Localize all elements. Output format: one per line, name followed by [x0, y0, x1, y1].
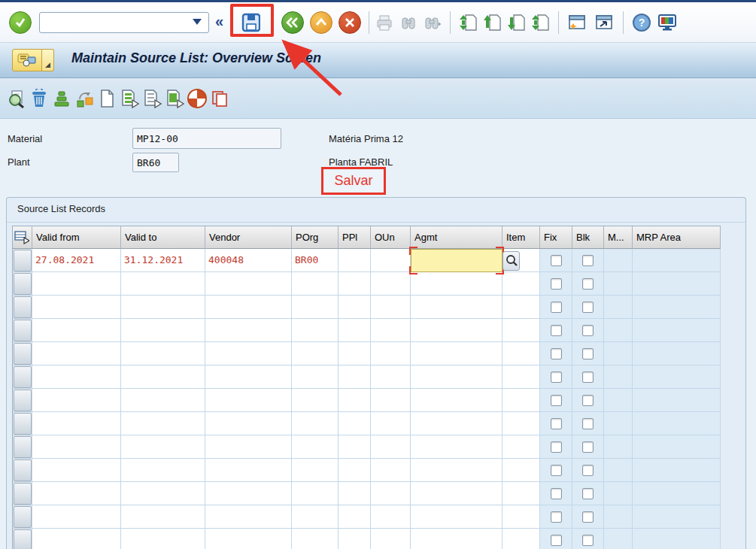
- column-header-blk[interactable]: Blk: [572, 226, 604, 249]
- cell-item[interactable]: [502, 296, 540, 319]
- cell-porg[interactable]: [292, 272, 339, 296]
- sort-icon[interactable]: [51, 87, 72, 110]
- cell-ppl[interactable]: [339, 249, 371, 272]
- create-shortcut-icon[interactable]: [594, 11, 614, 34]
- cell-vendor[interactable]: [205, 412, 292, 435]
- row-select-button[interactable]: [14, 250, 32, 271]
- copy-icon[interactable]: [209, 87, 230, 110]
- select-all-button[interactable]: [13, 226, 32, 249]
- cell-ppl[interactable]: [339, 365, 371, 389]
- cell-valid_from[interactable]: [32, 272, 121, 296]
- cell-oun[interactable]: [371, 435, 411, 459]
- layout-menu-icon[interactable]: [657, 11, 677, 34]
- cell-valid_to[interactable]: [121, 505, 205, 529]
- cell-valid_to[interactable]: [121, 459, 205, 482]
- cell-agmt[interactable]: [411, 319, 502, 342]
- cell-porg[interactable]: [292, 435, 339, 459]
- command-dropdown-icon[interactable]: [193, 19, 202, 25]
- row-select-button[interactable]: [14, 343, 32, 365]
- cell-agmt[interactable]: [411, 296, 502, 319]
- cell-porg[interactable]: [292, 505, 339, 529]
- cell-valid_to[interactable]: [121, 412, 205, 435]
- fix-checkbox[interactable]: [551, 418, 562, 429]
- cell-valid_from[interactable]: [32, 482, 121, 505]
- cell-ppl[interactable]: [339, 412, 371, 435]
- cell-item[interactable]: [502, 435, 540, 459]
- cell-oun[interactable]: [371, 529, 411, 549]
- column-header-ppl[interactable]: PPl: [339, 226, 371, 249]
- column-header-valid_from[interactable]: Valid from: [32, 226, 121, 249]
- column-header-agmt[interactable]: Agmt: [411, 226, 502, 249]
- cell-agmt[interactable]: [411, 435, 502, 459]
- blk-checkbox[interactable]: [582, 255, 594, 266]
- cell-valid_to[interactable]: [121, 365, 205, 389]
- fix-checkbox[interactable]: [551, 302, 562, 313]
- cell-item[interactable]: [502, 505, 540, 529]
- cell-vendor[interactable]: 400048: [205, 249, 292, 272]
- cell-valid_from[interactable]: 27.08.2021: [32, 249, 121, 272]
- cell-vendor[interactable]: [205, 342, 292, 365]
- cell-oun[interactable]: [371, 459, 411, 482]
- maintain-records-icon[interactable]: [164, 87, 185, 110]
- plant-field[interactable]: BR60: [132, 153, 179, 172]
- cell-vendor[interactable]: [205, 319, 292, 342]
- cell-porg[interactable]: [292, 319, 339, 342]
- cell-porg[interactable]: [292, 529, 339, 549]
- fix-checkbox[interactable]: [551, 535, 562, 546]
- cell-valid_from[interactable]: [32, 435, 121, 459]
- cell-valid_from[interactable]: [32, 389, 121, 412]
- cell-item[interactable]: [502, 412, 540, 435]
- cell-valid_to[interactable]: [121, 529, 205, 549]
- blk-checkbox[interactable]: [582, 441, 594, 453]
- cell-agmt[interactable]: [411, 529, 502, 549]
- blk-checkbox[interactable]: [582, 488, 594, 499]
- cell-oun[interactable]: [371, 296, 411, 319]
- enter-icon[interactable]: [9, 11, 32, 34]
- cell-porg[interactable]: [292, 389, 339, 412]
- cell-porg[interactable]: [292, 412, 339, 435]
- first-page-icon[interactable]: [459, 11, 478, 34]
- cell-porg[interactable]: BR00: [292, 249, 339, 272]
- create-icon[interactable]: [96, 87, 117, 110]
- cell-porg[interactable]: [292, 459, 339, 482]
- column-header-valid_to[interactable]: Valid to: [121, 226, 205, 249]
- cell-oun[interactable]: [371, 365, 411, 389]
- blk-checkbox[interactable]: [582, 302, 594, 313]
- cell-ppl[interactable]: [339, 342, 371, 365]
- cell-item[interactable]: [502, 365, 540, 389]
- blk-checkbox[interactable]: [582, 278, 594, 290]
- cell-oun[interactable]: [371, 249, 411, 272]
- cell-oun[interactable]: [371, 342, 411, 365]
- cell-item[interactable]: [502, 272, 540, 296]
- collapse-icon[interactable]: «: [215, 13, 223, 30]
- cell-vendor[interactable]: [205, 435, 292, 459]
- row-select-button[interactable]: [14, 320, 32, 341]
- cell-oun[interactable]: [371, 412, 411, 435]
- cell-vendor[interactable]: [205, 389, 292, 412]
- row-select-button[interactable]: [14, 366, 32, 388]
- delete-icon[interactable]: [29, 87, 50, 110]
- fix-checkbox[interactable]: [551, 255, 562, 266]
- cell-vendor[interactable]: [205, 482, 292, 505]
- exit-icon[interactable]: [310, 11, 332, 34]
- blk-checkbox[interactable]: [582, 535, 594, 546]
- cell-porg[interactable]: [292, 342, 339, 365]
- column-header-fix[interactable]: Fix: [540, 226, 572, 249]
- fix-checkbox[interactable]: [551, 278, 562, 290]
- cell-ppl[interactable]: [339, 272, 371, 296]
- blk-checkbox[interactable]: [582, 348, 594, 359]
- cell-vendor[interactable]: [205, 296, 292, 319]
- cell-oun[interactable]: [371, 272, 411, 296]
- cell-valid_from[interactable]: [32, 459, 121, 482]
- cell-porg[interactable]: [292, 482, 339, 505]
- row-select-button[interactable]: [14, 436, 32, 458]
- cell-ppl[interactable]: [339, 389, 371, 412]
- cell-ppl[interactable]: [339, 435, 371, 459]
- fix-checkbox[interactable]: [551, 348, 562, 359]
- cell-agmt[interactable]: [411, 342, 502, 365]
- cell-agmt-focused[interactable]: [411, 249, 502, 272]
- cell-porg[interactable]: [292, 296, 339, 319]
- cell-item[interactable]: [502, 342, 540, 365]
- cell-valid_to[interactable]: [121, 296, 205, 319]
- row-select-button[interactable]: [14, 529, 32, 549]
